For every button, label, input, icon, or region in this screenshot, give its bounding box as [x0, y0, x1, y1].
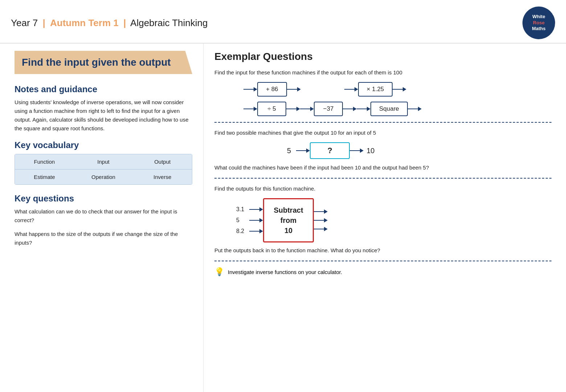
logo-line2: Rose: [533, 20, 545, 26]
header: Year 7 | Autumn Term 1 | Algebraic Think…: [0, 0, 566, 44]
q3-arrow-in-1: [249, 207, 263, 212]
q3-arrow-in-3: [249, 229, 263, 233]
fm-box-times125: × 1.25: [358, 82, 393, 97]
q3-arrow-out-2: [314, 218, 328, 222]
fm-row-1: + 86 × 1.25: [243, 82, 551, 97]
q1-section: Find the input for these function machin…: [214, 68, 551, 116]
question1: What calculation can we do to check that…: [15, 207, 192, 225]
vocab-title: Key vocabulary: [15, 140, 192, 150]
q3-output-row-2: [314, 218, 328, 222]
vocab-row-1: Function Input Output: [15, 154, 192, 170]
logo: White Rose Maths: [522, 7, 555, 39]
vocab-cell-input: Input: [74, 154, 133, 169]
vocab-row-2: Estimate Operation Inverse: [15, 170, 192, 184]
arrow-out-5: [408, 107, 422, 111]
q3-intro: Find the outputs for this function machi…: [214, 184, 551, 193]
q1-intro: Find the input for these function machin…: [214, 68, 551, 77]
question2: What happens to the size of the outputs …: [15, 230, 192, 247]
q3-section: Find the outputs for this function machi…: [214, 184, 551, 255]
q3-input-2: 5: [236, 217, 249, 224]
q4-section: 💡 Investigate inverse functions on your …: [214, 267, 551, 277]
q2-arrow-out: [350, 148, 364, 153]
fm-box-minus37: −37: [314, 102, 343, 116]
arrow-out-1: [287, 87, 301, 91]
q3-arrow-out-1: [314, 209, 328, 214]
vocab-cell-function: Function: [15, 154, 74, 169]
q3-outputs-col: [314, 209, 328, 231]
divider-2: [214, 178, 551, 179]
fm-row-2: ÷ 5 −37 Square: [243, 102, 551, 116]
q2-output-label: 10: [366, 147, 374, 155]
vocab-table: Function Input Output Estimate Operation…: [15, 154, 192, 185]
q3-box: Subtract from 10: [263, 198, 314, 242]
exemplar-title: Exemplar Questions: [214, 51, 551, 62]
q2-follow: What could the machines have been if the…: [214, 163, 551, 172]
fm-box-square: Square: [370, 102, 408, 116]
arrow-out-4: [343, 107, 357, 111]
q3-inputs-col: 3.1 5 8.2: [236, 206, 263, 234]
q3-output-row-1: [314, 209, 328, 214]
q2-section: Find two possible machines that give the…: [214, 128, 551, 172]
q3-output-row-3: [314, 227, 328, 231]
q3-arrow-out-3: [314, 227, 328, 231]
section-banner: Find the input given the output: [15, 51, 192, 74]
divider-1: [214, 122, 551, 123]
logo-line1: White: [532, 14, 545, 20]
sep1: |: [42, 17, 45, 28]
q3-arrow-in-2: [249, 218, 263, 222]
main-content: Find the input given the output Notes an…: [0, 44, 566, 392]
year-label: Year 7: [11, 17, 38, 28]
q3-input-3: 8.2: [236, 228, 249, 234]
bulb-icon: 💡: [214, 267, 224, 277]
q3-input-row-3: 8.2: [236, 228, 263, 234]
q3-input-row-2: 5: [236, 217, 263, 224]
vocab-cell-inverse: Inverse: [133, 170, 192, 184]
topic-label: Algebraic Thinking: [130, 17, 208, 28]
notes-title: Notes and guidance: [15, 84, 192, 94]
sep2: |: [123, 17, 126, 28]
section-title: Find the input given the output: [22, 57, 185, 68]
vocab-cell-estimate: Estimate: [15, 170, 74, 184]
arrow-out-2: [393, 87, 406, 91]
arrow-in-2: [344, 87, 358, 91]
q3-input-row-1: 3.1: [236, 206, 263, 213]
arrow-in-4: [300, 107, 314, 111]
vocab-cell-operation: Operation: [74, 170, 133, 184]
questions-title: Key questions: [15, 193, 192, 204]
q2-arrow-in: [296, 148, 310, 153]
right-panel: Exemplar Questions Find the input for th…: [203, 44, 566, 392]
q2-intro: Find two possible machines that give the…: [214, 128, 551, 137]
divider-3: [214, 261, 551, 261]
fm-box-div5: ÷ 5: [257, 102, 286, 116]
arrow-in-5: [357, 107, 370, 111]
page-title: Year 7 | Autumn Term 1 | Algebraic Think…: [11, 17, 208, 29]
key-questions: Key questions What calculation can we do…: [15, 193, 192, 247]
vocab-cell-output: Output: [133, 154, 192, 169]
q3-input-1: 3.1: [236, 206, 249, 213]
q3-follow: Put the outputs back in to the function …: [214, 246, 551, 255]
arrow-out-3: [286, 107, 300, 111]
arrow-in-1: [243, 87, 257, 91]
term-label: Autumn Term 1: [50, 17, 119, 28]
q4-text: Investigate inverse functions on your ca…: [228, 269, 342, 275]
arrow-in-3: [243, 107, 257, 111]
q2-input-label: 5: [287, 147, 291, 155]
left-panel: Find the input given the output Notes an…: [0, 44, 203, 392]
q2-box: ?: [310, 142, 350, 159]
notes-text: Using students' knowledge of inverse ope…: [15, 98, 192, 133]
logo-line3: Maths: [532, 26, 546, 32]
fm-box-plus86: + 86: [257, 82, 287, 97]
